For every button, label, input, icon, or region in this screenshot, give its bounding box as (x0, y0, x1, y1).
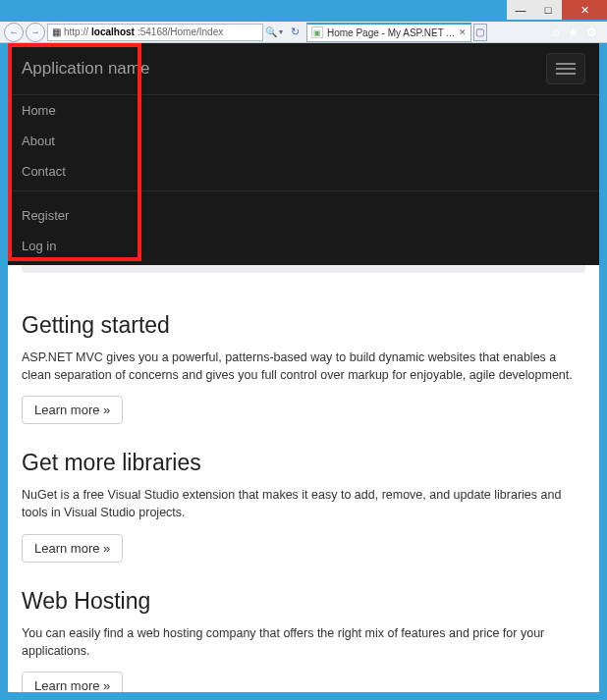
page-favicon: ▦ (52, 27, 61, 37)
browser-toolbar: ← → ▦ http://localhost:54168/Home/Index … (0, 22, 607, 43)
learn-more-button[interactable]: Learn more » (22, 672, 123, 692)
section-body: ASP.NET MVC gives you a powerful, patter… (22, 349, 585, 384)
section-body: You can easily find a web hosting compan… (22, 624, 585, 660)
section-get-libraries: Get more libraries NuGet is a free Visua… (22, 450, 585, 562)
section-title: Get more libraries (22, 450, 585, 476)
page-body: Application name Home About Contact Regi… (8, 43, 599, 692)
back-button[interactable]: ← (4, 23, 24, 42)
favorites-icon[interactable]: ★ (568, 26, 579, 39)
learn-more-button[interactable]: Learn more » (22, 534, 123, 563)
window-titlebar: — □ ✕ (0, 0, 607, 22)
toolbar-right: ⌂ ★ ⚙ (553, 26, 603, 39)
url-host: localhost (91, 27, 135, 37)
search-icon[interactable]: 🔍 (265, 27, 277, 37)
window-minimize-button[interactable]: — (507, 0, 534, 20)
hamburger-bar-icon (556, 63, 576, 65)
nav-item-about[interactable]: About (8, 126, 599, 156)
section-title: Web Hosting (22, 588, 585, 615)
main-content: Getting started ASP.NET MVC gives you a … (8, 273, 599, 692)
nav-separator (8, 190, 599, 200)
hamburger-bar-icon (556, 73, 576, 75)
nav-list-main: Home About Contact (8, 94, 599, 187)
nav-item-contact[interactable]: Contact (8, 156, 599, 187)
section-title: Getting started (22, 312, 585, 339)
new-tab-button[interactable]: ▢ (473, 24, 487, 41)
address-bar[interactable]: ▦ http://localhost:54168/Home/Index (47, 24, 263, 41)
navbar-header: Application name (8, 43, 599, 94)
url-path: :54168/Home/Index (138, 27, 223, 37)
window-maximize-button[interactable]: □ (534, 0, 562, 20)
tab-favicon: ▣ (311, 27, 323, 38)
browser-tab[interactable]: ▣ Home Page - My ASP.NET ... ✕ (306, 23, 471, 42)
nav-item-login[interactable]: Log in (8, 231, 599, 261)
home-icon[interactable]: ⌂ (553, 26, 560, 39)
window-close-button[interactable]: ✕ (562, 0, 607, 20)
nav-item-home[interactable]: Home (8, 95, 599, 126)
nav-item-register[interactable]: Register (8, 200, 599, 231)
url-protocol: http:// (64, 27, 88, 37)
jumbotron-remnant (22, 265, 585, 273)
navbar: Application name Home About Contact Regi… (8, 43, 599, 265)
learn-more-button[interactable]: Learn more » (22, 396, 123, 424)
hamburger-bar-icon (556, 68, 576, 70)
nav-list-account: Register Log in (8, 200, 599, 261)
tab-close-icon[interactable]: ✕ (459, 27, 467, 37)
navbar-toggle-button[interactable] (546, 53, 585, 84)
section-body: NuGet is a free Visual Studio extension … (22, 486, 585, 521)
address-dropdown-icon[interactable]: ▾ (279, 27, 289, 36)
section-web-hosting: Web Hosting You can easily find a web ho… (22, 588, 585, 693)
forward-button[interactable]: → (26, 23, 45, 42)
section-getting-started: Getting started ASP.NET MVC gives you a … (22, 312, 585, 424)
settings-icon[interactable]: ⚙ (586, 26, 597, 39)
browser-viewport: Application name Home About Contact Regi… (0, 43, 607, 700)
refresh-button[interactable]: ↻ (291, 26, 304, 38)
brand-link[interactable]: Application name (22, 59, 149, 79)
tab-title: Home Page - My ASP.NET ... (327, 27, 455, 38)
